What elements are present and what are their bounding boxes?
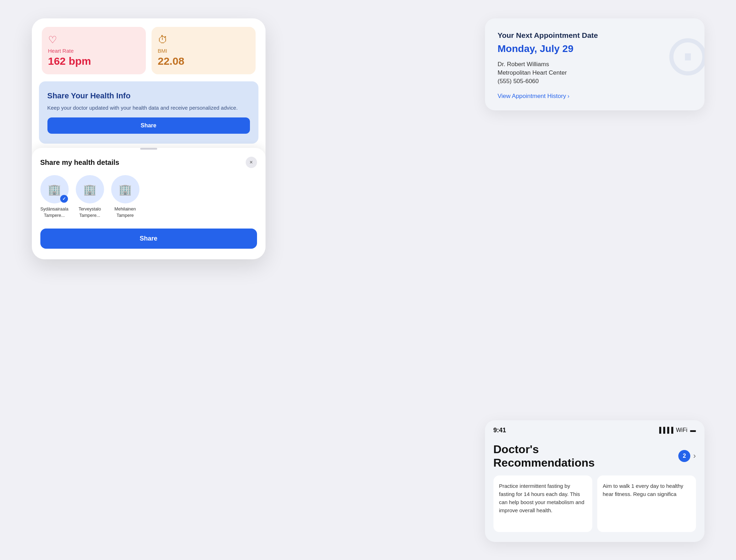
history-chevron-icon: › [567, 93, 569, 99]
signal-icon: ▐▐▐▐ [657, 427, 673, 433]
view-appointment-history-link[interactable]: View Appointment History › [498, 93, 692, 100]
heart-rate-card: ♡ Heart Rate 162 bpm [42, 27, 146, 74]
appointment-phone: (555) 505-6060 [498, 78, 692, 85]
hospital-name-2: TerveystaloTampere... [79, 206, 101, 219]
share-health-button[interactable]: Share [47, 117, 250, 134]
doctor-recommendations-title: Doctor'sRecommendations [493, 443, 595, 470]
badge-area: 2 › [678, 450, 696, 462]
appointment-title: Your Next Appointment Date [498, 31, 692, 40]
bmi-value: 22.08 [158, 55, 249, 67]
sheet-close-button[interactable]: × [246, 157, 257, 168]
bmi-icon: ⏱ [158, 34, 249, 46]
left-phone: ♡ Heart Rate 162 bpm ⏱ BMI 22.08 Share Y… [32, 18, 266, 260]
share-health-title: Share Your Health Info [47, 91, 250, 100]
recommendations-count-badge: 2 [678, 450, 690, 462]
hospital-name-3: MehilainenTampere [114, 206, 136, 219]
recommendation-card-1[interactable]: Practice intermittent fasting by fasting… [493, 475, 592, 532]
status-time: 9:41 [493, 427, 506, 434]
heart-rate-value: 162 bpm [48, 55, 139, 67]
appointment-date: Monday, July 29 [498, 43, 692, 54]
hospital-avatar-1: 🏢 ✓ [40, 175, 69, 203]
hospital-building-icon-2: 🏢 [83, 183, 96, 196]
sheet-share-button[interactable]: Share [40, 229, 257, 249]
appointment-location: Metropolitan Heart Center [498, 69, 692, 76]
hospital-building-icon-1: 🏢 [48, 183, 61, 196]
doctor-recommendations-phone: 9:41 ▐▐▐▐ WiFi ▬ Doctor'sRecommendations… [485, 420, 704, 542]
battery-icon: ▬ [690, 427, 696, 433]
status-bar: 9:41 ▐▐▐▐ WiFi ▬ [485, 420, 704, 437]
heart-rate-label: Heart Rate [48, 48, 139, 54]
recommendation-text-1: Practice intermittent fasting by fasting… [499, 482, 587, 515]
bmi-label: BMI [158, 48, 249, 54]
appointment-doctor: Dr. Robert Williams [498, 61, 692, 68]
history-link-text: View Appointment History [498, 93, 566, 100]
recommendations-row: Practice intermittent fasting by fasting… [485, 475, 704, 542]
hospital-list: 🏢 ✓ SydänsairaalaTampere... 🏢 Terveystal… [32, 175, 266, 229]
recommendations-chevron-icon: › [693, 451, 696, 461]
heart-icon: ♡ [48, 34, 139, 46]
hospital-check-1: ✓ [60, 195, 68, 203]
hospital-name-1: SydänsairaalaTampere... [40, 206, 68, 219]
share-health-description: Keep your doctor updated with your healt… [47, 104, 250, 112]
doctor-recommendations-header: Doctor'sRecommendations 2 › [485, 437, 704, 475]
sheet-header: Share my health details × [32, 157, 266, 175]
sheet-title: Share my health details [40, 158, 119, 167]
recommendation-text-2: Aim to walk 1 every day to healthy hear … [603, 482, 690, 498]
hospital-building-icon-3: 🏢 [119, 183, 132, 196]
share-health-banner: Share Your Health Info Keep your doctor … [39, 81, 258, 144]
hospital-item-2[interactable]: 🏢 TerveystaloTampere... [76, 175, 104, 219]
hospital-item-3[interactable]: 🏢 MehilainenTampere [111, 175, 139, 219]
status-icons: ▐▐▐▐ WiFi ▬ [657, 427, 696, 433]
recommendation-card-2[interactable]: Aim to walk 1 every day to healthy hear … [597, 475, 696, 532]
wifi-icon: WiFi [676, 427, 687, 433]
scene: ♡ Heart Rate 162 bpm ⏱ BMI 22.08 Share Y… [32, 18, 704, 542]
metrics-row: ♡ Heart Rate 162 bpm ⏱ BMI 22.08 [32, 18, 266, 81]
hospital-avatar-3: 🏢 [111, 175, 139, 203]
bmi-card: ⏱ BMI 22.08 [152, 27, 256, 74]
sheet-handle [140, 148, 157, 150]
hospital-avatar-2: 🏢 [76, 175, 104, 203]
share-bottom-sheet: Share my health details × 🏢 ✓ Sydänsaira… [32, 148, 266, 259]
appointment-card: ⊙ Your Next Appointment Date Monday, Jul… [485, 18, 704, 110]
hospital-item-1[interactable]: 🏢 ✓ SydänsairaalaTampere... [40, 175, 69, 219]
